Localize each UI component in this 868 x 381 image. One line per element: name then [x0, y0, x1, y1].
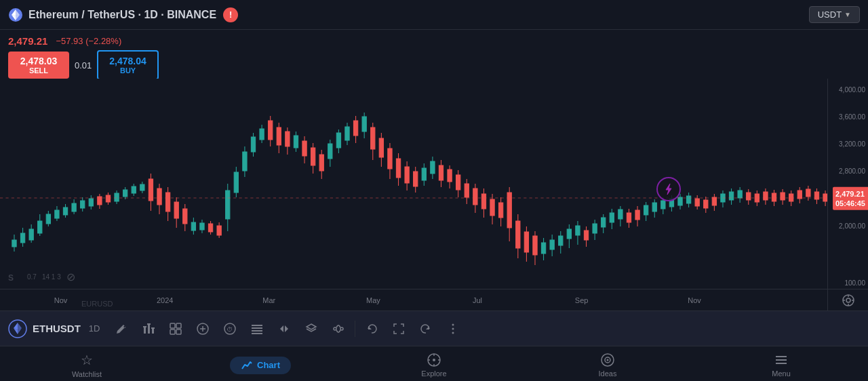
svg-rect-35 [132, 186, 136, 193]
header: Ethereum / TetherUS · 1D · BINANCE ! USD… [0, 0, 868, 30]
svg-rect-119 [490, 199, 494, 216]
svg-rect-67 [269, 121, 273, 140]
svg-rect-218 [152, 329, 154, 334]
svg-rect-159 [661, 201, 665, 209]
svg-point-257 [607, 359, 609, 361]
svg-rect-99 [405, 167, 409, 183]
eye-off-icon[interactable]: ⊘ [66, 270, 75, 283]
svg-rect-183 [764, 192, 768, 200]
svg-rect-149 [618, 209, 623, 219]
chart-type-button[interactable] [138, 318, 159, 340]
currency-selector[interactable]: USDT ▼ [809, 6, 860, 23]
add-alert-button[interactable] [192, 318, 214, 340]
svg-rect-97 [396, 159, 400, 178]
ideas-icon [600, 353, 615, 367]
svg-rect-230 [252, 327, 262, 329]
sell-button[interactable]: 2,478.03 SELL [8, 52, 69, 79]
drawing-tool-button[interactable] [111, 318, 132, 340]
nav-item-menu[interactable]: Menu [694, 346, 868, 381]
current-price-badge: 2,479.21 05:46:45 [833, 186, 868, 210]
tradingview-watermark: S [8, 272, 22, 283]
price-label-3600: 3,600.00 [839, 113, 865, 120]
strategy-tester-button[interactable] [328, 318, 349, 340]
fullscreen-button[interactable] [388, 318, 410, 340]
time-label-may: May [366, 296, 380, 304]
svg-rect-21 [72, 203, 76, 212]
nav-item-watchlist[interactable]: ☆ Watchlist [0, 346, 174, 381]
candle-chart [0, 79, 868, 289]
svg-rect-215 [143, 326, 146, 327]
svg-rect-101 [414, 172, 418, 186]
svg-rect-117 [481, 194, 486, 209]
svg-rect-109 [448, 169, 452, 182]
svg-rect-7 [12, 240, 16, 247]
svg-rect-47 [183, 209, 187, 224]
svg-rect-151 [627, 213, 631, 222]
auto-button[interactable] [273, 318, 295, 340]
svg-rect-133 [550, 240, 554, 249]
svg-rect-95 [388, 148, 392, 169]
time-label-sep: Sep [575, 296, 589, 304]
svg-rect-231 [252, 330, 262, 332]
svg-text:S: S [8, 273, 14, 283]
svg-rect-83 [336, 133, 340, 148]
undo-button[interactable] [361, 318, 382, 340]
nav-label-chart: Chart [257, 360, 280, 370]
svg-rect-129 [533, 236, 537, 255]
time-label-nov: Nov [54, 296, 68, 304]
time-label-nov2: Nov [688, 296, 701, 304]
svg-rect-219 [151, 327, 155, 329]
time-settings-icon[interactable] [827, 289, 868, 310]
svg-rect-135 [559, 236, 563, 245]
svg-rect-19 [63, 207, 67, 215]
nav-item-ideas[interactable]: Ideas [521, 346, 694, 381]
price-axis: 4,000.00 3,600.00 3,200.00 2,800.00 2,00… [827, 79, 868, 289]
svg-rect-232 [252, 333, 262, 334]
svg-rect-23 [81, 201, 85, 208]
price-label-2800: 2,800.00 [839, 167, 865, 175]
svg-rect-193 [806, 189, 810, 197]
chart-area[interactable]: 4,000.00 3,600.00 3,200.00 2,800.00 2,00… [0, 79, 868, 289]
svg-rect-179 [747, 193, 751, 200]
svg-rect-167 [695, 199, 699, 206]
indicators-button[interactable] [165, 318, 186, 340]
svg-rect-39 [149, 179, 153, 201]
tv-logo-text: 0.7 [27, 273, 37, 281]
more-button[interactable] [442, 318, 464, 340]
svg-rect-5 [0, 79, 868, 289]
price-change: −57.93 (−2.28%) [56, 36, 121, 46]
svg-rect-223 [176, 329, 181, 334]
svg-rect-43 [165, 193, 170, 212]
replay-button[interactable]: ⏱ [219, 318, 241, 340]
dom-button[interactable] [246, 318, 268, 340]
flash-indicator[interactable] [656, 177, 681, 201]
svg-rect-79 [319, 155, 323, 171]
svg-rect-89 [362, 117, 366, 132]
svg-rect-31 [115, 193, 119, 201]
nav-item-chart[interactable]: Chart [174, 346, 347, 381]
buy-button[interactable]: 2,478.04 BUY [97, 50, 159, 80]
nav-label-ideas: Ideas [599, 369, 617, 378]
svg-rect-131 [541, 243, 545, 254]
svg-rect-69 [277, 127, 281, 145]
svg-rect-155 [644, 205, 648, 215]
indicator-row: S 0.7 14 1 3 ⊘ [8, 270, 75, 283]
svg-line-242 [339, 330, 340, 332]
time-label-jul: Jul [473, 296, 482, 304]
explore-icon [427, 353, 441, 367]
page-title: Ethereum / TetherUS · 1D · BINANCE [28, 9, 216, 21]
svg-rect-57 [226, 190, 230, 219]
svg-point-250 [433, 359, 435, 361]
svg-rect-175 [729, 192, 733, 200]
nav-item-explore[interactable]: Explore [347, 346, 521, 381]
redo-button[interactable] [415, 318, 437, 340]
svg-rect-165 [686, 196, 690, 203]
bottom-toolbar: ETHUSDT 1D [0, 310, 868, 346]
svg-rect-49 [191, 222, 195, 230]
svg-point-237 [340, 327, 343, 330]
spread-value: 0.01 [75, 60, 92, 71]
partial-symbol: EURUSD [81, 300, 113, 308]
layers-button[interactable] [300, 318, 322, 340]
svg-rect-73 [294, 136, 298, 148]
alert-icon[interactable]: ! [223, 7, 238, 22]
